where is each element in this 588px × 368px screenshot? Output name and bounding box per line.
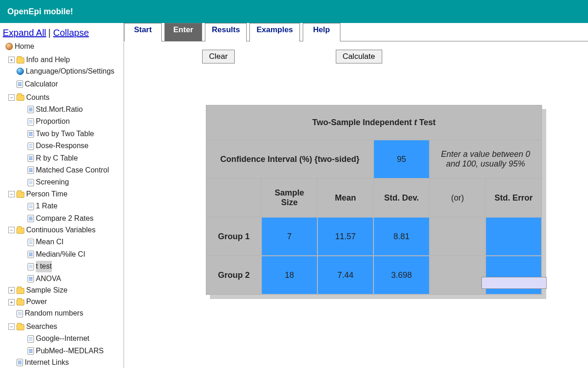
expand-icon[interactable]: +	[8, 57, 15, 63]
tree-1rate[interactable]: .1 Rate	[19, 201, 57, 212]
page-icon	[28, 239, 34, 246]
tree-pubmed[interactable]: .PubMed--MEDLARS	[19, 345, 104, 357]
expand-icon[interactable]: +	[8, 287, 15, 293]
collapse-icon[interactable]: −	[8, 227, 15, 233]
tab-enter[interactable]: Enter	[164, 23, 202, 41]
tree-calculator[interactable]: Calculator	[17, 79, 58, 90]
folder-icon	[17, 192, 24, 198]
globe-icon	[17, 68, 24, 75]
sidebar: Expand All | Collapse Home +Info and Hel…	[0, 23, 124, 368]
tree-searches[interactable]: −Searches	[8, 321, 57, 333]
tree-ttest[interactable]: .t test	[19, 261, 52, 272]
tree-medianci[interactable]: .Median/%ile CI	[19, 249, 85, 260]
col-or: (or)	[430, 179, 485, 217]
input-table: Two-Sample Independent t Test Confidence…	[206, 105, 588, 295]
ci-input[interactable]: 95	[374, 140, 429, 178]
page-icon	[28, 143, 34, 150]
collapse-icon[interactable]: −	[8, 323, 15, 330]
folder-icon	[17, 228, 24, 234]
page-icon	[28, 179, 34, 186]
tree-power[interactable]: +Power	[8, 296, 47, 308]
g2-mean-input[interactable]: 7.44	[318, 256, 373, 294]
tree-links[interactable]: Internet Links	[17, 357, 69, 368]
page-icon	[28, 106, 34, 113]
tree-anova[interactable]: .ANOVA	[19, 273, 61, 285]
folder-icon	[17, 324, 24, 330]
page-icon	[17, 359, 23, 366]
page-icon	[28, 118, 34, 126]
app-title: OpenEpi mobile!	[7, 7, 73, 17]
collapse-icon[interactable]: −	[8, 191, 15, 197]
tab-examples[interactable]: Examples	[249, 23, 300, 41]
tab-results[interactable]: Results	[205, 23, 247, 41]
tree-dose[interactable]: .Dose-Response	[19, 140, 89, 152]
tab-start[interactable]: Start	[124, 23, 162, 41]
button-row: Clear Calculate	[124, 41, 588, 63]
g1-sd-input[interactable]: 8.81	[374, 218, 429, 255]
tree-info[interactable]: +Info and Help	[8, 54, 70, 66]
active-edit-field[interactable]	[481, 277, 547, 289]
page-icon	[28, 167, 34, 174]
tree-persontime[interactable]: −Person Time	[8, 189, 68, 200]
g1-mean-input[interactable]: 11.57	[318, 218, 373, 255]
nav-tree: Home +Info and Help Language/Options/Set…	[3, 41, 122, 368]
ci-label: Confidence Interval (%) {two-sided}	[207, 140, 373, 178]
page-icon	[28, 251, 34, 258]
expand-icon[interactable]: +	[8, 299, 15, 305]
home-icon	[6, 43, 13, 50]
tab-help[interactable]: Help	[303, 23, 340, 41]
page-icon	[28, 215, 34, 222]
tree-home[interactable]: Home	[6, 41, 34, 52]
folder-icon	[17, 299, 24, 305]
tree-twobytwo[interactable]: .Two by Two Table	[19, 128, 94, 140]
clear-button[interactable]: Clear	[202, 50, 235, 63]
table-title: Two-Sample Independent t Test	[207, 106, 541, 139]
collapse-icon[interactable]: −	[8, 94, 15, 101]
tree-screening[interactable]: .Screening	[19, 177, 69, 188]
page-icon	[28, 263, 34, 270]
page-icon	[28, 347, 34, 355]
collapse-all-link[interactable]: Collapse	[53, 28, 89, 38]
tree-rbyc[interactable]: .R by C Table	[19, 153, 78, 164]
row-group2: Group 2	[207, 256, 261, 294]
page-icon	[17, 80, 23, 88]
page-icon	[28, 130, 34, 138]
ci-hint: Enter a value between 0 and 100, usually…	[430, 140, 541, 178]
tree-matched[interactable]: .Matched Case Control	[19, 165, 109, 176]
tree-meanci[interactable]: .Mean CI	[19, 236, 63, 248]
page-icon	[17, 310, 23, 317]
tree-2rates[interactable]: .Compare 2 Rates	[19, 213, 93, 224]
page-icon	[28, 335, 34, 343]
tree-controls: Expand All | Collapse	[3, 26, 122, 40]
col-mean: Mean	[318, 179, 373, 217]
main-pane: Start Enter Results Examples Help Clear …	[124, 23, 588, 368]
app-header: OpenEpi mobile!	[0, 0, 588, 23]
col-se: Std. Error	[486, 179, 541, 217]
col-sample-size: Sample Size	[262, 179, 317, 217]
tree-language[interactable]: Language/Options/Settings	[17, 66, 114, 77]
g1-se-input[interactable]	[486, 218, 541, 255]
g2-n-input[interactable]: 18	[262, 256, 317, 294]
tree-random[interactable]: Random numbers	[17, 308, 83, 319]
tree-samplesize[interactable]: +Sample Size	[8, 285, 68, 296]
calculate-button[interactable]: Calculate	[336, 50, 382, 63]
expand-all-link[interactable]: Expand All	[3, 28, 46, 38]
page-icon	[28, 275, 34, 282]
g1-n-input[interactable]: 7	[262, 218, 317, 255]
tree-proportion[interactable]: .Proportion	[19, 116, 70, 127]
tab-bar: Start Enter Results Examples Help	[124, 23, 588, 41]
tree-smr[interactable]: .Std.Mort.Ratio	[19, 104, 83, 115]
folder-icon	[17, 95, 24, 101]
folder-icon	[17, 58, 24, 63]
row-group1: Group 1	[207, 218, 261, 255]
page-icon	[28, 203, 34, 210]
tree-continuous[interactable]: −Continuous Variables	[8, 224, 96, 236]
g2-sd-input[interactable]: 3.698	[374, 256, 429, 294]
tree-counts[interactable]: −Counts	[8, 92, 50, 104]
page-icon	[28, 155, 34, 162]
col-sd: Std. Dev.	[374, 179, 429, 217]
tree-google[interactable]: .Google--Internet	[19, 333, 90, 345]
folder-icon	[17, 288, 24, 294]
